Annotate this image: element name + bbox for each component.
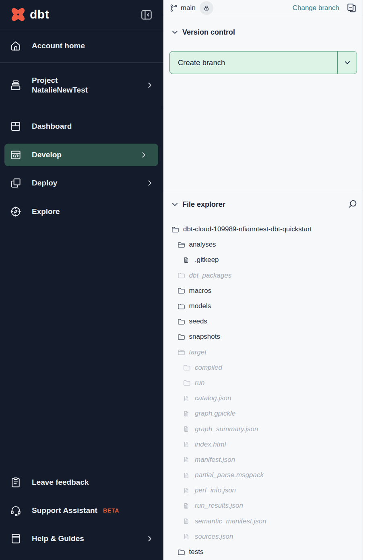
chevron-down-icon: [171, 201, 178, 208]
chevron-down-icon: [171, 29, 178, 36]
tree-item-run[interactable]: run: [163, 375, 363, 391]
tree-item-sources-json[interactable]: sources.json: [163, 529, 363, 544]
file-icon: [183, 471, 191, 479]
file-icon: [183, 486, 191, 494]
file-icon: [183, 441, 191, 449]
tree-item-graph-gpickle[interactable]: graph.gpickle: [163, 406, 363, 421]
sidebar-item-explore[interactable]: Explore: [0, 200, 163, 223]
tree-item-label: manifest.json: [195, 456, 235, 464]
file-icon: [183, 502, 191, 510]
folder-open-icon: [177, 348, 186, 356]
file-icon: [183, 456, 191, 464]
folder-open-icon: [177, 241, 186, 249]
deploy-squares-icon: [10, 177, 22, 189]
search-icon[interactable]: [347, 199, 358, 210]
chevron-right-icon: [146, 535, 153, 542]
collapse-sidebar-icon[interactable]: [141, 9, 152, 20]
current-branch-name: main: [181, 4, 196, 12]
tree-item-dbt-packages[interactable]: dbt_packages: [163, 268, 363, 283]
sidebar: dbt Account home ProjectNatalieNewTest D…: [0, 0, 163, 560]
feedback-clipboard-icon: [10, 476, 22, 488]
tree-item--gitkeep[interactable]: .gitkeep: [163, 252, 363, 268]
tree-item-macros[interactable]: macros: [163, 283, 363, 299]
create-branch-label[interactable]: Create branch: [170, 51, 337, 74]
folder-icon: [183, 379, 191, 387]
tree-item-label: snapshots: [189, 333, 221, 341]
section-title: File explorer: [182, 200, 225, 209]
tree-item-semantic-manifest-json[interactable]: semantic_manifest.json: [163, 514, 363, 529]
tree-item-label: semantic_manifest.json: [195, 517, 266, 525]
tree-item-target[interactable]: target: [163, 345, 363, 360]
tree-item-label: index.html: [195, 441, 226, 449]
divider: [0, 108, 163, 108]
tree-item-dbt-cloud-109989-nfianntest-dbt-quickstart[interactable]: dbt-cloud-109989-nfianntest-dbt-quicksta…: [163, 222, 363, 237]
lock-icon: [203, 5, 210, 11]
tree-item-index-html[interactable]: index.html: [163, 437, 363, 452]
sidebar-item-leave-feedback[interactable]: Leave feedback: [0, 471, 163, 494]
tree-item-label: dbt_packages: [189, 272, 232, 280]
folder-icon: [177, 548, 186, 556]
create-branch-dropdown[interactable]: [337, 51, 357, 74]
sidebar-item-label: Explore: [32, 207, 60, 216]
tree-item-label: target: [189, 348, 206, 356]
version-control-header[interactable]: Version control: [163, 24, 363, 40]
version-control-panel: main Change branch Version control Creat…: [163, 0, 363, 560]
explore-compass-icon: [10, 206, 22, 218]
folder-icon: [177, 317, 186, 325]
develop-code-window-icon: [10, 149, 22, 161]
folder-open-icon: [171, 225, 179, 233]
tree-item-label: compiled: [195, 364, 222, 372]
file-explorer-header[interactable]: File explorer: [163, 196, 363, 212]
file-icon: [183, 533, 191, 541]
book-icon: [10, 533, 22, 545]
sidebar-item-project[interactable]: ProjectNatalieNewTest: [0, 62, 163, 108]
sidebar-item-dashboard[interactable]: Dashboard: [0, 113, 163, 140]
sidebar-logo-row: dbt: [0, 0, 163, 29]
folder-icon: [177, 287, 186, 295]
sidebar-item-account-home[interactable]: Account home: [0, 29, 163, 62]
project-stack-icon: [10, 79, 22, 91]
sidebar-item-label: Dashboard: [32, 121, 72, 131]
beta-badge: BETA: [103, 507, 119, 514]
git-branch-icon: [169, 4, 178, 12]
section-title: Version control: [182, 28, 235, 37]
copy-icon[interactable]: [346, 3, 357, 13]
tree-item-compiled[interactable]: compiled: [163, 360, 363, 375]
sidebar-item-develop[interactable]: Develop: [4, 144, 158, 166]
tree-item-label: catalog.json: [195, 394, 231, 402]
file-icon: [183, 410, 191, 418]
tree-item-manifest-json[interactable]: manifest.json: [163, 452, 363, 467]
file-tree: dbt-cloud-109989-nfianntest-dbt-quicksta…: [163, 222, 363, 560]
sidebar-item-label: Account home: [32, 41, 85, 51]
tree-item-run-results-json[interactable]: run_results.json: [163, 498, 363, 513]
sidebar-item-deploy[interactable]: Deploy: [0, 172, 163, 194]
tree-item-label: sources.json: [195, 533, 233, 541]
sidebar-item-help-guides[interactable]: Help & Guides: [0, 527, 163, 550]
change-branch-link[interactable]: Change branch: [293, 4, 339, 12]
sidebar-item-label: Support Assistant: [32, 506, 97, 515]
tree-item-models[interactable]: models: [163, 299, 363, 314]
sidebar-item-label: Develop: [32, 150, 62, 160]
chevron-down-icon: [344, 60, 351, 66]
sidebar-item-label: Leave feedback: [32, 478, 89, 487]
sidebar-item-label: ProjectNatalieNewTest: [32, 76, 88, 95]
tree-item-analyses[interactable]: analyses: [163, 237, 363, 252]
chevron-right-icon: [146, 82, 153, 89]
tree-item-partial-parse-msgpack[interactable]: partial_parse.msgpack: [163, 467, 363, 483]
tree-item-label: .gitkeep: [195, 256, 219, 264]
tree-item-snapshots[interactable]: snapshots: [163, 329, 363, 344]
chevron-right-icon: [140, 152, 147, 158]
branch-locked-badge: [200, 1, 213, 15]
file-icon: [183, 256, 191, 264]
tree-item-perf-info-json[interactable]: perf_info.json: [163, 483, 363, 498]
tree-item-graph-summary-json[interactable]: graph_summary.json: [163, 421, 363, 436]
tree-item-tests[interactable]: tests: [163, 544, 363, 560]
sidebar-item-support-assistant[interactable]: Support Assistant BETA: [0, 499, 163, 522]
tree-item-catalog-json[interactable]: catalog.json: [163, 391, 363, 406]
tree-item-seeds[interactable]: seeds: [163, 314, 363, 329]
tree-item-label: seeds: [189, 317, 207, 325]
home-icon: [10, 40, 22, 52]
create-branch-button[interactable]: Create branch: [169, 51, 357, 74]
tree-item-label: dbt-cloud-109989-nfianntest-dbt-quicksta…: [183, 225, 312, 233]
brand-name: dbt: [30, 8, 49, 21]
